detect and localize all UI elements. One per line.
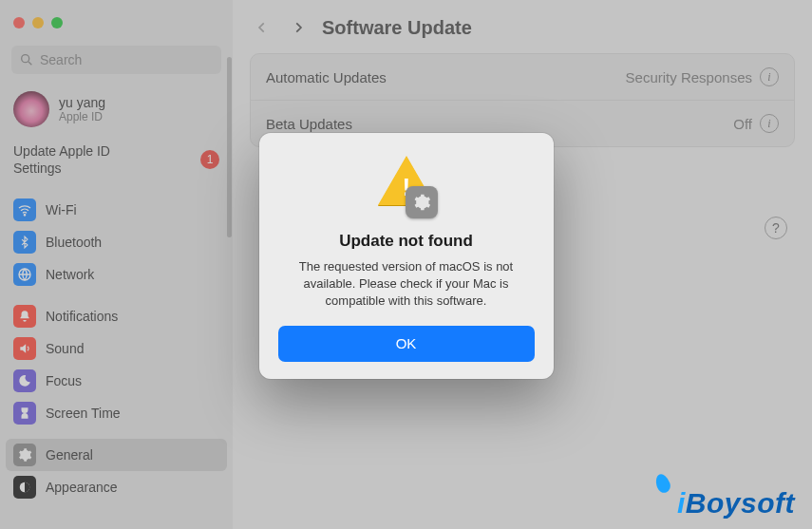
gear-icon: [406, 186, 438, 218]
ok-button[interactable]: OK: [278, 326, 535, 362]
warning-icon: !: [373, 154, 440, 220]
dialog-title: Update not found: [278, 232, 535, 251]
system-settings-window: Search yu yang Apple ID Update Apple ID …: [0, 0, 812, 529]
modal-wrap: ! Update not found The requested version…: [0, 0, 812, 529]
dialog-body: The requested version of macOS is not av…: [278, 258, 535, 311]
watermark: iBoysoft: [677, 487, 795, 520]
update-not-found-dialog: ! Update not found The requested version…: [259, 133, 554, 379]
